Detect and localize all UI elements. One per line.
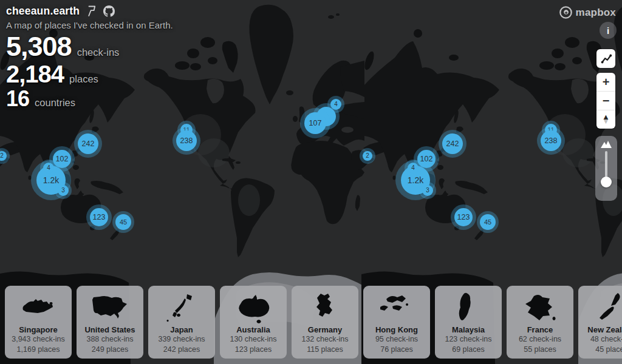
- australia-silhouette: [232, 291, 275, 325]
- zoom-in-button[interactable]: +: [596, 73, 615, 91]
- map-cluster-marker[interactable]: 107: [304, 112, 326, 134]
- zoom-out-button[interactable]: −: [596, 91, 615, 110]
- map-cluster-marker[interactable]: 242: [78, 133, 98, 154]
- germany-silhouette: [304, 291, 346, 325]
- singapore-silhouette: [17, 291, 60, 325]
- country-checkins: 62 check-ins: [507, 334, 573, 345]
- hong-kong-silhouette: [375, 291, 418, 325]
- united-states-silhouette: [89, 291, 131, 325]
- map-cluster-marker[interactable]: 102: [417, 150, 436, 168]
- malaysia-silhouette: [447, 291, 490, 325]
- country-places: 1,169 places: [5, 345, 72, 355]
- stat-value: 16: [6, 87, 29, 110]
- map-cluster-marker[interactable]: 45: [480, 214, 496, 230]
- map-cluster-marker[interactable]: 3: [58, 185, 69, 196]
- page-title: cheeaun.earth: [6, 5, 80, 18]
- mapbox-wordmark: mapbox: [576, 7, 616, 19]
- country-card[interactable]: Malaysia123 check-ins69 places: [435, 286, 502, 359]
- country-checkins: 132 check-ins: [292, 334, 358, 345]
- info-icon: i: [607, 25, 609, 36]
- map-cluster-marker[interactable]: 2: [363, 151, 372, 161]
- country-card[interactable]: New Zealand48 check-ins45 places: [578, 286, 622, 359]
- mountain-icon: [600, 140, 612, 149]
- country-name: Australia: [220, 325, 287, 334]
- stat-countries: 16 countries: [6, 87, 173, 110]
- chart-line-icon: [600, 52, 613, 66]
- stat-label: places: [69, 73, 98, 85]
- country-card[interactable]: Singapore3,943 check-ins1,169 places: [5, 286, 72, 359]
- country-card[interactable]: Germany132 check-ins115 places: [292, 286, 358, 359]
- country-name: Japan: [148, 325, 215, 334]
- country-places: 69 places: [435, 345, 502, 355]
- country-checkins: 123 check-ins: [435, 334, 502, 345]
- terrain-exaggeration-slider[interactable]: [595, 136, 617, 201]
- map-cluster-marker[interactable]: 238: [176, 130, 197, 151]
- country-checkins: 388 check-ins: [77, 334, 143, 345]
- mapbox-logo-icon: [559, 5, 573, 19]
- country-card[interactable]: France62 check-ins55 places: [507, 286, 573, 359]
- country-places: 115 places: [292, 345, 358, 355]
- stats-block: 5,308 check-ins 2,184 places 16 countrie…: [6, 33, 173, 110]
- country-name: New Zealand: [578, 325, 622, 334]
- country-name: France: [507, 325, 573, 334]
- country-card[interactable]: Australia130 check-ins123 places: [220, 286, 287, 359]
- map-cluster-marker[interactable]: 123: [90, 208, 108, 226]
- map-cluster-marker[interactable]: 238: [541, 130, 561, 151]
- stat-value: 5,308: [6, 33, 72, 61]
- map-cluster-marker[interactable]: 45: [115, 214, 131, 230]
- slider-track[interactable]: [605, 151, 607, 186]
- stat-label: countries: [35, 97, 75, 109]
- map-cluster-marker[interactable]: 4: [330, 99, 341, 110]
- stat-label: check-ins: [77, 47, 120, 58]
- pitch-down-icon: ▼: [603, 120, 610, 124]
- header: cheeaun.earth A map of places I've check…: [6, 5, 173, 110]
- slider-thumb[interactable]: [601, 177, 612, 187]
- foursquare-icon[interactable]: [86, 5, 97, 17]
- stats-chart-button[interactable]: [596, 49, 615, 68]
- zoom-controls: + − ▲ ▼: [596, 73, 615, 129]
- stat-places: 2,184 places: [6, 62, 173, 87]
- country-checkins: 130 check-ins: [220, 334, 287, 345]
- country-card[interactable]: Hong Kong95 check-ins76 places: [363, 286, 430, 359]
- map-cluster-marker[interactable]: 242: [442, 133, 463, 154]
- github-icon[interactable]: [103, 5, 115, 17]
- country-checkins: 48 check-ins: [578, 334, 622, 345]
- country-name: Hong Kong: [363, 325, 430, 334]
- info-button[interactable]: i: [600, 22, 617, 39]
- country-card[interactable]: United States388 check-ins249 places: [77, 286, 143, 359]
- country-checkins: 95 check-ins: [363, 334, 430, 345]
- country-name: United States: [77, 325, 143, 334]
- country-checkins: 339 check-ins: [148, 334, 215, 345]
- country-places: 249 places: [77, 345, 143, 355]
- map-cluster-marker[interactable]: 4: [43, 163, 54, 174]
- country-places: 76 places: [363, 345, 430, 355]
- map-cluster-marker[interactable]: 4: [408, 163, 419, 174]
- country-places: 242 places: [148, 345, 215, 355]
- country-card[interactable]: Japan339 check-ins242 places: [148, 286, 215, 359]
- country-name: Germany: [292, 325, 358, 334]
- country-name: Malaysia: [435, 325, 502, 334]
- mapbox-logo[interactable]: mapbox: [559, 5, 616, 19]
- country-places: 55 places: [507, 345, 573, 355]
- stat-value: 2,184: [6, 62, 64, 87]
- country-name: Singapore: [5, 325, 72, 334]
- pitch-toggle-button[interactable]: ▲ ▼: [596, 110, 615, 129]
- page-subtitle: A map of places I've checked in on Earth…: [6, 20, 173, 30]
- new-zealand-silhouette: [590, 291, 622, 325]
- map-cluster-marker[interactable]: 3: [422, 185, 433, 196]
- map-cluster-marker[interactable]: 102: [53, 150, 71, 168]
- country-places: 45 places: [578, 345, 622, 355]
- map-cluster-marker[interactable]: 123: [454, 208, 473, 226]
- country-places: 123 places: [220, 345, 287, 355]
- france-silhouette: [519, 291, 561, 325]
- country-cards: Singapore3,943 check-ins1,169 placesUnit…: [5, 286, 622, 359]
- stat-checkins: 5,308 check-ins: [6, 33, 173, 61]
- japan-silhouette: [160, 291, 203, 325]
- country-checkins: 3,943 check-ins: [5, 334, 72, 345]
